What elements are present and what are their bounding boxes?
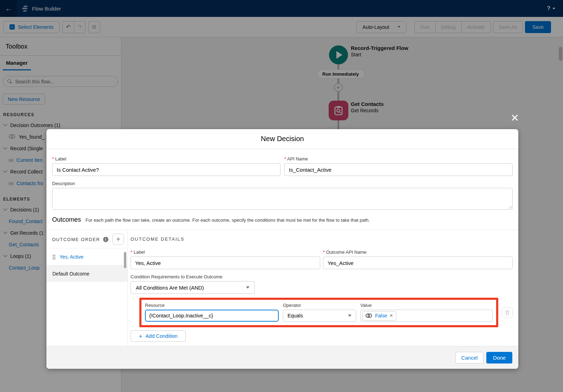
modal-title: New Decision [261, 135, 304, 143]
modal-header: New Decision [46, 129, 518, 149]
drag-handle-icon[interactable] [52, 254, 55, 259]
outcome-order-heading: OUTCOME ORDER [52, 237, 100, 242]
description-textarea[interactable] [52, 188, 513, 210]
done-button[interactable]: Done [486, 352, 512, 363]
outcomes-description: For each path the flow can take, create … [86, 217, 370, 223]
trash-icon [505, 310, 510, 315]
operator-field: Operator Equals [283, 303, 356, 322]
add-outcome-button[interactable] [113, 234, 124, 245]
api-name-field: API Name Is_Contact_Active [284, 156, 513, 176]
api-name-label: API Name [284, 156, 513, 162]
boolean-toggle-icon [366, 314, 373, 318]
resource-field: Resource {!Contact_Loop.Inactive__c} [145, 303, 279, 322]
outcome-api-name-label: Outcome API Name [323, 249, 513, 255]
resource-input[interactable]: {!Contact_Loop.Inactive__c} [145, 310, 279, 322]
outcome-details-pane: OUTCOME DETAILS Label Yes, Active Outcom… [128, 230, 518, 347]
label-field: Label Is Contact Active? [52, 156, 280, 176]
condition-requirements-label: Condition Requirements to Execute Outcom… [131, 274, 513, 279]
modal-footer: Cancel Done [46, 346, 518, 369]
condition-highlight-box: Resource {!Contact_Loop.Inactive__c} Ope… [139, 298, 498, 327]
outcomes-region: OUTCOME ORDER Yes, Active Default Outcom… [46, 230, 518, 347]
close-icon[interactable] [510, 113, 520, 123]
outcome-label-field: Label Yes, Active [131, 249, 320, 269]
outcome-item-default[interactable]: Default Outcome [46, 265, 127, 282]
outcome-label-label: Label [131, 249, 320, 255]
chevron-down-icon [348, 315, 352, 317]
value-pill[interactable]: False × [362, 311, 396, 321]
cancel-button[interactable]: Cancel [455, 352, 483, 363]
outcome-api-name-input[interactable]: Yes_Active [323, 257, 513, 269]
operator-label: Operator [283, 303, 356, 308]
label-input[interactable]: Is Contact Active? [52, 163, 280, 176]
remove-pill-icon[interactable]: × [390, 313, 393, 318]
condition-requirements-dropdown[interactable]: All Conditions Are Met (AND) [131, 281, 255, 294]
outcome-list-scrollbar[interactable] [124, 252, 126, 268]
outcome-item-yes-active[interactable]: Yes, Active [46, 248, 127, 265]
condition-row: Resource {!Contact_Loop.Inactive__c} Ope… [131, 298, 513, 327]
chevron-down-icon [246, 286, 249, 289]
outcomes-section-header: Outcomes For each path the flow can take… [52, 216, 513, 223]
info-icon[interactable] [103, 237, 108, 242]
add-condition-button[interactable]: + Add Condition [131, 330, 186, 342]
outcome-api-name-field: Outcome API Name Yes_Active [323, 249, 513, 269]
operator-dropdown[interactable]: Equals [283, 310, 356, 322]
outcome-order-header: OUTCOME ORDER [46, 230, 127, 248]
value-input[interactable]: False × [360, 310, 493, 322]
resource-label: Resource [145, 303, 279, 308]
outcomes-heading: Outcomes [52, 216, 81, 223]
outcome-order-pane: OUTCOME ORDER Yes, Active Default Outcom… [46, 230, 128, 347]
value-label: Value [360, 303, 493, 308]
api-name-input[interactable]: Is_Contact_Active [284, 163, 513, 176]
plus-icon: + [139, 333, 142, 339]
outcome-label-input[interactable]: Yes, Active [131, 257, 320, 269]
modal-body: Label Is Contact Active? API Name Is_Con… [46, 149, 518, 347]
value-field: Value False × [360, 303, 493, 322]
delete-condition-button[interactable] [502, 307, 513, 318]
description-label: Description [52, 181, 513, 186]
outcome-details-heading: OUTCOME DETAILS [131, 236, 513, 242]
label-field-label: Label [52, 156, 280, 162]
new-decision-modal: New Decision Label Is Contact Active? AP… [46, 129, 518, 369]
